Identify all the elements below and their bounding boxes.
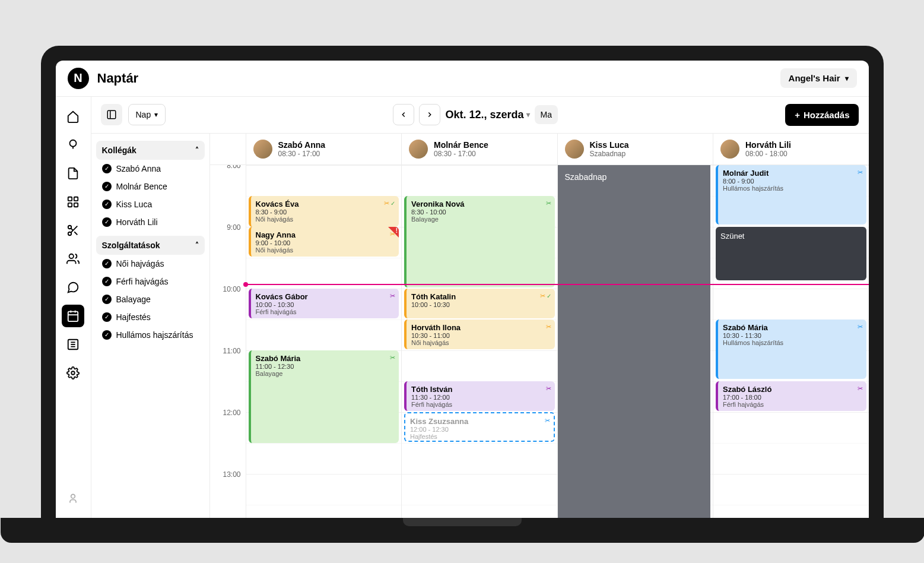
chevron-up-icon: ˄ xyxy=(195,146,199,154)
appointment[interactable]: ✂Szabó Mária11:00 - 12:30Balayage xyxy=(249,350,399,443)
filter-item[interactable]: ✓Kiss Luca xyxy=(96,195,205,213)
nav-settings-icon[interactable] xyxy=(62,362,84,384)
appointment-time: 8:30 - 9:00 xyxy=(256,208,395,216)
appointment[interactable]: ✂Szabó László17:00 - 18:00Férfi hajvágás xyxy=(716,381,866,411)
scissors-icon: ✂ xyxy=(546,385,551,393)
filter-item[interactable]: ✓Női hajvágás xyxy=(96,255,205,273)
appointment-client: Szabó Mária xyxy=(723,323,862,332)
chevron-down-icon: ▾ xyxy=(526,110,530,119)
dayoff-block: Szabadnap xyxy=(558,165,711,518)
appointment-time: 10:30 - 11:00 xyxy=(411,332,550,339)
page-title: Naptár xyxy=(97,71,139,86)
check-icon: ✓ xyxy=(102,330,112,340)
svg-line-9 xyxy=(71,228,73,230)
calendar-column[interactable]: ✂Molnár Judit8:00 - 9:00Hullámos hajszár… xyxy=(713,165,869,518)
appointment-time: 8:30 - 10:00 xyxy=(411,208,550,216)
appointment[interactable]: ✂✓Tóth Katalin10:00 - 10:30 xyxy=(404,289,555,318)
scissors-icon: ✂ xyxy=(546,323,551,331)
appointment-time: 11:00 - 12:30 xyxy=(256,363,395,370)
appointment[interactable]: ✂Kovács Gábor10:00 - 10:30Férfi hajvágás xyxy=(249,289,399,318)
nav-calendar-icon[interactable] xyxy=(62,305,84,327)
date-picker[interactable]: Okt. 12., szerda ▾ xyxy=(445,109,529,121)
appointment-client: Veronika Nová xyxy=(411,200,550,208)
colleagues-toggle[interactable]: Kollégák ˄ xyxy=(96,141,205,160)
plus-icon: + xyxy=(795,110,800,120)
staff-hours: 08:30 - 17:00 xyxy=(278,150,326,158)
svg-rect-3 xyxy=(68,203,72,206)
staff-header[interactable]: Kiss LucaSzabadnap xyxy=(557,134,713,165)
nav-balloon-icon[interactable] xyxy=(62,134,84,156)
nav-users-icon[interactable] xyxy=(62,248,84,270)
chevron-down-icon: ▾ xyxy=(845,74,849,83)
filter-item[interactable]: ✓Horváth Lili xyxy=(96,213,205,231)
prev-day-button[interactable] xyxy=(393,104,414,125)
staff-name: Kiss Luca xyxy=(590,140,629,150)
staff-name: Szabó Anna xyxy=(278,140,326,150)
filter-item[interactable]: ✓Hajfestés xyxy=(96,308,205,326)
avatar xyxy=(409,140,428,159)
nav-grid-icon[interactable] xyxy=(62,191,84,213)
scissors-icon: ✂✓ xyxy=(384,200,395,207)
staff-name: Horváth Lili xyxy=(745,140,791,150)
appointment-service: Férfi hajvágás xyxy=(411,401,550,408)
check-icon: ✓ xyxy=(102,312,112,322)
check-icon: ✓ xyxy=(102,182,112,191)
appointment[interactable]: ✂Horváth Ilona10:30 - 11:00Női hajvágás xyxy=(404,320,555,349)
scissors-icon: ✂ xyxy=(858,169,863,176)
alert-icon xyxy=(388,227,399,238)
appointment[interactable]: ✂Tóth István11:30 - 12:00Férfi hajvágás xyxy=(404,381,555,411)
staff-hours: 08:00 - 18:00 xyxy=(745,150,791,158)
appointment-service: Balayage xyxy=(411,216,550,223)
appointment-client: Horváth Ilona xyxy=(411,323,550,332)
appointment[interactable]: ✂Nagy Anna9:00 - 10:00Női hajvágás xyxy=(249,227,399,257)
appointment[interactable]: ✂✓Kovács Éva8:30 - 9:00Női hajvágás xyxy=(249,196,399,227)
calendar-column[interactable]: ✂Veronika Nová8:30 - 10:00Balayage✂✓Tóth… xyxy=(401,165,557,518)
appointment-client: Kovács Éva xyxy=(256,200,395,208)
svg-rect-4 xyxy=(74,203,78,206)
today-button[interactable]: Ma xyxy=(535,105,558,124)
app-logo[interactable]: N xyxy=(68,68,89,89)
scissors-icon: ✂ xyxy=(858,385,863,393)
view-selector[interactable]: Nap ▾ xyxy=(128,104,166,125)
next-day-button[interactable] xyxy=(419,104,440,125)
staff-header[interactable]: Molnár Bence08:30 - 17:00 xyxy=(401,134,557,165)
nav-profile-icon[interactable] xyxy=(62,487,84,510)
filter-item[interactable]: ✓Molnár Bence xyxy=(96,178,205,195)
avatar xyxy=(253,140,272,159)
appointment[interactable]: ✂Molnár Judit8:00 - 9:00Hullámos hajszár… xyxy=(716,165,866,224)
nav-chat-icon[interactable] xyxy=(62,276,84,299)
view-label: Nap xyxy=(136,110,151,119)
break-block[interactable]: Szünet xyxy=(716,227,866,280)
appointment[interactable]: ✂Szabó Mária10:30 - 11:30Hullámos hajszá… xyxy=(716,320,866,379)
filter-label: Kiss Luca xyxy=(116,200,153,209)
calendar-column[interactable]: Szabadnap xyxy=(557,165,713,518)
nav-scissors-icon[interactable] xyxy=(62,219,84,242)
nav-document-icon[interactable] xyxy=(62,162,84,185)
hour-label: 13:00 xyxy=(223,470,240,479)
services-toggle[interactable]: Szolgáltatások ˄ xyxy=(96,236,205,255)
appointment-client: Kovács Gábor xyxy=(256,292,395,301)
add-button[interactable]: + Hozzáadás xyxy=(785,104,859,126)
nav-list-icon[interactable] xyxy=(62,333,84,356)
appointment-client: Szabó László xyxy=(723,385,862,394)
appointment[interactable]: ✂Kiss Zsuzsanna12:00 - 12:30Hajfestés xyxy=(404,412,555,442)
appointment[interactable]: ✂Veronika Nová8:30 - 10:00Balayage xyxy=(404,196,555,287)
filter-item[interactable]: ✓Férfi hajvágás xyxy=(96,273,205,290)
salon-selector[interactable]: Angel's Hair ▾ xyxy=(780,68,857,88)
filter-label: Női hajvágás xyxy=(116,259,164,268)
filter-item[interactable]: ✓Balayage xyxy=(96,290,205,308)
svg-point-5 xyxy=(68,225,72,229)
appointment-time: 10:30 - 11:30 xyxy=(723,332,862,339)
salon-name: Angel's Hair xyxy=(789,73,840,83)
filter-label: Hajfestés xyxy=(116,312,151,322)
staff-name: Molnár Bence xyxy=(434,140,488,150)
filter-item[interactable]: ✓Hullámos hajszárítás xyxy=(96,326,205,344)
calendar-column[interactable]: ✂✓Kovács Éva8:30 - 9:00Női hajvágás✂Nagy… xyxy=(246,165,402,518)
appointment-time: 12:00 - 12:30 xyxy=(410,426,549,433)
staff-header[interactable]: Szabó Anna08:30 - 17:00 xyxy=(246,134,402,165)
scissors-icon: ✂ xyxy=(390,292,395,300)
filter-item[interactable]: ✓Szabó Anna xyxy=(96,160,205,178)
staff-header[interactable]: Horváth Lili08:00 - 18:00 xyxy=(713,134,869,165)
nav-home-icon[interactable] xyxy=(62,105,84,128)
panel-toggle-icon[interactable] xyxy=(101,104,122,125)
